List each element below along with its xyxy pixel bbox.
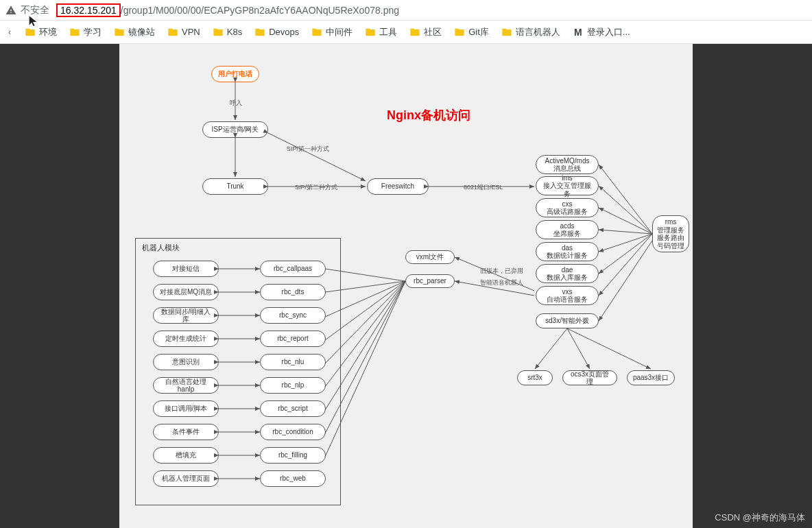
folder-icon — [311, 27, 322, 38]
watermark: CSDN @神奇的海马体 — [715, 512, 805, 524]
robot-left-node: 对接短信 — [153, 261, 219, 277]
bookmark-label: Git库 — [468, 26, 489, 38]
bookmark-item[interactable]: Devops — [254, 27, 299, 38]
folder-icon — [365, 27, 376, 38]
bookmark-label: 学习 — [84, 26, 102, 38]
node-trunk: Trunk — [202, 178, 268, 195]
node-dae: dae 数据入库服务 — [536, 264, 599, 283]
node-freeswitch: Freeswitch — [367, 178, 429, 195]
folder-icon — [69, 27, 80, 38]
node-rbc-parser: rbc_parser — [405, 274, 455, 288]
node-paas3x: paas3x接口 — [627, 370, 675, 385]
url-path[interactable]: /group1/M00/00/00/ECAPyGP8n2aAfcY6AAONqU… — [121, 5, 399, 16]
robot-left-node: 机器人管理页面 — [153, 470, 219, 487]
robot-right-node: rbc_dts — [260, 284, 326, 300]
bookmark-item[interactable]: 环境 — [25, 26, 57, 38]
folder-icon — [213, 27, 224, 38]
folder-icon — [254, 27, 265, 38]
bookmark-lead: ‹ — [8, 27, 11, 37]
folder-icon — [454, 27, 465, 38]
folder-icon — [114, 27, 125, 38]
edge-label-sip2: SIP/第二种方式 — [294, 183, 339, 192]
svg-line-13 — [535, 328, 567, 369]
svg-line-10 — [599, 234, 652, 274]
robot-right-node: rbc_sync — [260, 307, 326, 324]
robot-left-node: 条件事件 — [153, 424, 219, 440]
svg-line-2 — [268, 133, 366, 181]
node-vxml: vxml文件 — [405, 250, 455, 264]
robot-right-node: rbc_web — [260, 470, 326, 487]
security-label: 不安全 — [21, 4, 49, 16]
bookmark-item[interactable]: 镜像站 — [114, 26, 155, 38]
node-isp: ISP运营商/网关 — [202, 121, 268, 138]
diagram-canvas: Nginx备机访问 用户打电话 ISP运营商/网关 Trunk Freeswit… — [119, 44, 693, 528]
folder-icon — [501, 27, 512, 38]
bookmark-item[interactable]: 工具 — [365, 26, 397, 38]
robot-left-node: 接口调用/脚本 — [153, 400, 219, 417]
bookmark-label: 登录入口... — [587, 26, 630, 38]
node-srt3x: srt3x — [517, 370, 553, 385]
folder-icon — [409, 27, 420, 38]
node-ims: ims 接入交互管理服务 — [536, 176, 599, 195]
edge-label-callin: 呼入 — [228, 99, 243, 108]
robot-left-node: 意图识别 — [153, 354, 219, 370]
robot-left-node: 槽填充 — [153, 447, 219, 464]
url-ip-highlighted[interactable]: 16.32.15.201 — [56, 3, 121, 17]
node-cxs: cxs 高级话路服务 — [536, 198, 599, 217]
robot-left-node: 对接底层MQ消息 — [153, 284, 219, 300]
node-ocs3x: ocs3x页面管理 — [562, 370, 617, 385]
bookmark-label: 语言机器人 — [516, 26, 560, 38]
svg-line-14 — [567, 328, 590, 369]
bookmark-label: 工具 — [379, 26, 397, 38]
bookmark-item[interactable]: Git库 — [454, 26, 489, 38]
bookmark-item[interactable]: 社区 — [409, 26, 442, 38]
node-vxs: vxs 自动语音服务 — [536, 286, 599, 305]
content-wrap: Nginx备机访问 用户打电话 ISP运营商/网关 Trunk Freeswit… — [0, 44, 812, 528]
svg-line-9 — [599, 234, 652, 252]
node-activemq: ActiveMQ/mds 消息总线 — [536, 155, 599, 174]
bookmark-item[interactable]: 语言机器人 — [501, 26, 560, 38]
folder-icon — [25, 27, 36, 38]
edge-label-oldver: 旧版本，已弃用 — [479, 267, 525, 276]
node-rms: rms 管理服务 服务路由 号码管理 — [652, 215, 689, 252]
svg-line-11 — [599, 234, 652, 296]
bookmark-label: 中间件 — [326, 26, 353, 38]
edge-label-sip1: SIP/第一种方式 — [285, 145, 331, 154]
warning-icon — [5, 5, 16, 16]
cursor-icon — [27, 15, 38, 26]
bookmark-item[interactable]: VPN — [167, 27, 200, 38]
bookmark-label: K8s — [227, 27, 242, 37]
svg-line-8 — [599, 230, 652, 234]
svg-line-5 — [599, 165, 652, 234]
node-user-call: 用户打电话 — [211, 66, 259, 82]
robot-right-node: rbc_nlp — [260, 377, 326, 394]
diagram-title: Nginx备机访问 — [387, 107, 470, 123]
robot-right-node: rbc_filling — [260, 447, 326, 464]
edge-label-esl: 8021端口/ESL — [462, 183, 505, 192]
node-das: das 数据统计服务 — [536, 242, 599, 261]
bookmark-label: 社区 — [424, 26, 442, 38]
robot-right-node: rbc_report — [260, 331, 326, 347]
robot-right-node: rbc_script — [260, 400, 326, 417]
bookmark-item[interactable]: 中间件 — [311, 26, 353, 38]
robot-right-node: rbc_condition — [260, 424, 326, 440]
robot-right-node: rbc_nlu — [260, 354, 326, 370]
m-icon: M — [573, 27, 584, 38]
svg-line-15 — [567, 328, 651, 369]
folder-icon — [167, 27, 178, 38]
bookmark-bar: ‹ 环境学习镜像站VPNK8sDevops中间件工具社区Git库语言机器人M登录… — [0, 21, 812, 44]
bookmark-label: 环境 — [39, 26, 57, 38]
svg-line-12 — [599, 241, 652, 321]
robot-right-node: rbc_callpaas — [260, 261, 326, 277]
bookmark-item[interactable]: 学习 — [69, 26, 102, 38]
bookmark-label: 镜像站 — [128, 26, 155, 38]
bookmark-item[interactable]: M登录入口... — [573, 26, 630, 38]
svg-line-7 — [599, 208, 652, 234]
address-bar: 不安全 16.32.15.201 /group1/M00/00/00/ECAPy… — [0, 0, 812, 21]
edge-label-smartbot: 智能语音机器人 — [479, 278, 525, 287]
robot-left-node: 数据同步/明细入库 — [153, 307, 219, 324]
svg-line-6 — [599, 186, 652, 234]
bookmark-label: VPN — [182, 27, 200, 37]
bookmark-item[interactable]: K8s — [213, 27, 242, 38]
robot-left-node: 自然语言处理hanlp — [153, 377, 219, 394]
